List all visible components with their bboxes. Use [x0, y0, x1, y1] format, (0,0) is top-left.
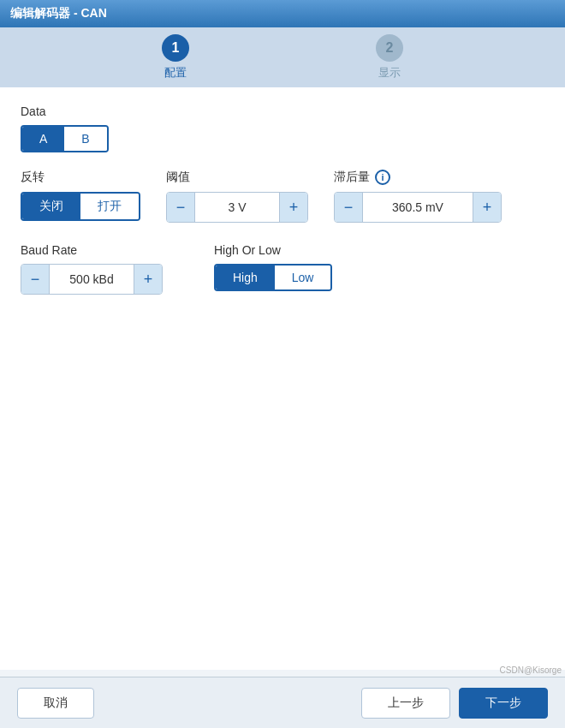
next-button[interactable]: 下一步: [459, 688, 548, 719]
baud-rate-stepper: − 500 kBd +: [21, 264, 163, 295]
data-section-label: Data: [21, 104, 544, 118]
content-area: Data A B 反转 关闭 打开 阈值 − 3 V + 滞后量: [0, 87, 565, 670]
data-toggle-group: A B: [21, 125, 109, 152]
baud-rate-group: Baud Rate − 500 kBd +: [21, 243, 163, 295]
invert-label: 反转: [21, 170, 140, 185]
high-low-label: High Or Low: [214, 243, 332, 257]
threshold-group: 阈值 − 3 V +: [166, 170, 308, 223]
baud-rate-increase[interactable]: +: [134, 265, 162, 294]
delay-info-icon[interactable]: i: [375, 170, 390, 185]
watermark: CSDN@Kisorge: [500, 665, 562, 675]
baud-rate-value: 500 kBd: [49, 265, 134, 294]
baud-row: Baud Rate − 500 kBd + High Or Low High L…: [21, 243, 544, 295]
step-2-label: 显示: [378, 65, 401, 81]
step-bar: 1 配置 2 显示: [0, 27, 565, 87]
high-low-group: High Or Low High Low: [214, 243, 332, 295]
high-low-toggle-group: High Low: [214, 264, 332, 291]
cancel-button[interactable]: 取消: [17, 688, 94, 719]
delay-label: 滞后量 i: [334, 170, 502, 185]
prev-button[interactable]: 上一步: [361, 688, 450, 719]
threshold-value: 3 V: [194, 193, 280, 222]
baud-rate-label: Baud Rate: [21, 243, 163, 257]
low-option[interactable]: Low: [275, 266, 331, 289]
bottom-right-buttons: 上一步 下一步: [361, 688, 548, 719]
delay-group: 滞后量 i − 360.5 mV +: [334, 170, 502, 223]
data-option-a[interactable]: A: [22, 127, 64, 151]
delay-value: 360.5 mV: [362, 193, 473, 222]
step-1-circle: 1: [162, 34, 189, 62]
title-text: 编辑解码器 - CAN: [10, 6, 107, 21]
invert-group: 反转 关闭 打开: [21, 170, 140, 221]
invert-off[interactable]: 关闭: [22, 194, 80, 219]
step-2[interactable]: 2 显示: [282, 34, 497, 81]
controls-row-1: 反转 关闭 打开 阈值 − 3 V + 滞后量 i − 360.5 mV: [21, 170, 544, 223]
delay-increase[interactable]: +: [473, 193, 501, 222]
step-2-circle: 2: [376, 34, 403, 62]
threshold-decrease[interactable]: −: [167, 193, 194, 222]
threshold-stepper: − 3 V +: [166, 192, 308, 223]
step-1[interactable]: 1 配置: [68, 34, 282, 81]
baud-rate-decrease[interactable]: −: [21, 265, 49, 294]
high-option[interactable]: High: [216, 266, 275, 289]
invert-toggle-group: 关闭 打开: [21, 192, 140, 221]
threshold-label: 阈值: [166, 170, 308, 185]
title-bar: 编辑解码器 - CAN: [0, 0, 565, 27]
delay-stepper: − 360.5 mV +: [334, 192, 502, 223]
step-1-label: 配置: [164, 65, 187, 81]
bottom-bar: 取消 上一步 下一步: [0, 677, 565, 728]
data-option-b[interactable]: B: [64, 127, 106, 151]
delay-decrease[interactable]: −: [335, 193, 362, 222]
threshold-increase[interactable]: +: [280, 193, 307, 222]
invert-on[interactable]: 打开: [80, 194, 139, 219]
